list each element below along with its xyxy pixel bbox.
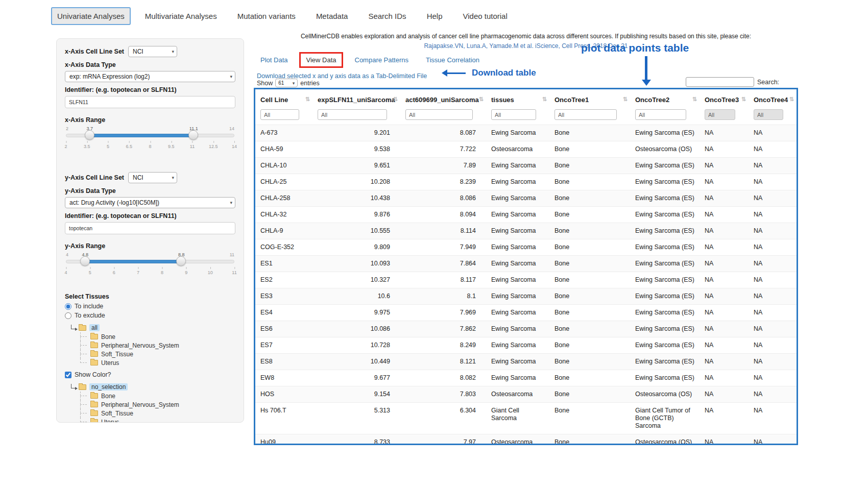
x-slider-handle-high[interactable] <box>188 130 198 140</box>
y-cell-line-set-select[interactable]: NCI <box>128 172 177 183</box>
show-color-checkbox[interactable] <box>65 372 71 378</box>
table-row[interactable]: ES610.0867.862Ewing SarcomaBoneEwing Sar… <box>255 321 797 337</box>
column-header-oncotree2[interactable]: OncoTree2⇅ <box>630 89 700 108</box>
column-header-tissues[interactable]: tissues⇅ <box>486 89 549 108</box>
y-data-type-select[interactable]: act: Drug Activity (-log10[IC50M]) <box>65 197 235 208</box>
table-row[interactable]: CHLA-25810.4388.086Ewing SarcomaBoneEwin… <box>255 190 797 207</box>
filter-input-cell-line[interactable] <box>260 109 299 120</box>
tree-root-no-selection[interactable]: no_selection <box>71 382 235 392</box>
nav-tab-metadata[interactable]: Metadata <box>310 7 354 25</box>
column-header-oncotree3[interactable]: OncoTree3⇅ <box>700 89 749 108</box>
table-filter-row <box>255 108 797 125</box>
table-row[interactable]: ES210.3278.117Ewing SarcomaBoneEwing Sar… <box>255 272 797 288</box>
column-header-oncotree4[interactable]: OncoTree4⇅ <box>749 89 797 108</box>
tree-item-uterus[interactable]: Uterus <box>76 358 235 367</box>
table-row[interactable]: A-6739.2018.087Ewing SarcomaBoneEwing Sa… <box>255 125 797 141</box>
nav-tab-video-tutorial[interactable]: Video tutorial <box>456 7 513 25</box>
to-exclude-radio[interactable] <box>65 312 71 319</box>
table-row[interactable]: ES49.9757.969Ewing SarcomaBoneEwing Sarc… <box>255 305 797 321</box>
tab-compare-patterns[interactable]: Compare Patterns <box>349 52 415 68</box>
filter-input-oncotree1[interactable] <box>554 109 617 120</box>
table-cell: NA <box>749 141 797 158</box>
tree-expander-icon[interactable] <box>71 384 76 388</box>
table-cell: 10.093 <box>312 256 400 272</box>
table-cell: NA <box>700 174 749 190</box>
table-cell: Ewing Sarcoma <box>486 239 549 256</box>
tree-item-uterus[interactable]: Uterus <box>76 418 235 423</box>
x-data-type-selwrap: exp: mRNA Expression (log2) <box>65 71 235 82</box>
table-row[interactable]: COG-E-3529.8097.949Ewing SarcomaBoneEwin… <box>255 239 797 256</box>
column-header-oncotree1[interactable]: OncoTree1⇅ <box>549 89 630 108</box>
sort-icon[interactable]: ⇅ <box>393 96 398 103</box>
x-slider-handle-low[interactable] <box>85 130 94 140</box>
x-range-slider[interactable]: 2 14 3.7 11.1 23.556.589.51112.514 <box>66 126 234 152</box>
column-header-expslfn11-unisarcoma[interactable]: expSLFN11_uniSarcoma⇅ <box>312 89 400 108</box>
tab-tissue-correlation[interactable]: Tissue Correlation <box>420 52 485 68</box>
table-cell: 9.651 <box>312 158 400 174</box>
slider-track[interactable] <box>66 260 234 263</box>
nav-tab-search-ids[interactable]: Search IDs <box>362 7 412 25</box>
sort-icon[interactable]: ⇅ <box>623 96 628 103</box>
filter-input-expslfn11-unisarcoma[interactable] <box>318 109 387 120</box>
table-cell: NA <box>749 337 797 354</box>
table-row[interactable]: CHLA-329.8768.094Ewing SarcomaBoneEwing … <box>255 207 797 223</box>
tree-item-soft-tissue[interactable]: Soft_Tissue <box>76 350 235 358</box>
table-row[interactable]: CHA-599.5387.722OsteosarcomaBoneOsteosar… <box>255 141 797 158</box>
to-include-radio[interactable] <box>65 303 71 310</box>
show-color-row[interactable]: Show Color? <box>65 371 235 378</box>
table-cell: EW8 <box>255 370 312 386</box>
y-identifier-input[interactable] <box>65 222 235 234</box>
table-row[interactable]: CHLA-2510.2088.239Ewing SarcomaBoneEwing… <box>255 174 797 190</box>
table-row[interactable]: Hs 706.T5.3136.304Giant Cell SarcomaBone… <box>255 403 797 434</box>
table-row[interactable]: EW89.6778.082Ewing SarcomaBoneEwing Sarc… <box>255 370 797 386</box>
radio-to-exclude[interactable]: To exclude <box>65 312 235 319</box>
filter-input-oncotree3[interactable] <box>705 109 735 120</box>
column-header-cell-line[interactable]: Cell Line⇅ <box>255 89 312 108</box>
nav-tab-multivariate-analyses[interactable]: Multivariate Analyses <box>139 7 223 25</box>
tree-item-peripheral-nervous-system[interactable]: Peripheral_Nervous_System <box>76 400 235 409</box>
y-slider-handle-low[interactable] <box>80 256 90 266</box>
table-row[interactable]: ES810.4498.121Ewing SarcomaBoneEwing Sar… <box>255 354 797 370</box>
tree-item-bone[interactable]: Bone <box>76 332 235 341</box>
annotation-arrow-down-icon <box>645 56 647 80</box>
sort-icon[interactable]: ⇅ <box>741 96 746 103</box>
table-row[interactable]: ES110.0937.864Ewing SarcomaBoneEwing Sar… <box>255 256 797 272</box>
tree-item-bone[interactable]: Bone <box>76 392 235 400</box>
y-range-slider[interactable]: 4 11 4.8 8.8 4567891011 <box>66 252 234 278</box>
y-slider-handle-high[interactable] <box>176 256 186 266</box>
table-row[interactable]: ES710.7288.249Ewing SarcomaBoneEwing Sar… <box>255 337 797 354</box>
sort-icon[interactable]: ⇅ <box>542 96 547 103</box>
table-row[interactable]: Hu098.7337.97OsteosarcomaBoneOsteosarcom… <box>255 434 797 446</box>
tree-item-peripheral-nervous-system[interactable]: Peripheral_Nervous_System <box>76 341 235 350</box>
table-row[interactable]: CHLA-910.5558.114Ewing SarcomaBoneEwing … <box>255 223 797 239</box>
column-header-act609699-unisarcoma[interactable]: act609699_uniSarcoma⇅ <box>400 89 486 108</box>
tree-expander-icon[interactable] <box>71 325 76 329</box>
entries-select[interactable]: 61 <box>275 79 298 87</box>
filter-input-act609699-unisarcoma[interactable] <box>405 109 473 120</box>
table-row[interactable]: CHLA-109.6517.89Ewing SarcomaBoneEwing S… <box>255 158 797 174</box>
filter-input-oncotree4[interactable] <box>754 109 783 120</box>
search-input[interactable] <box>686 77 754 87</box>
tree-item-soft-tissue[interactable]: Soft_Tissue <box>76 409 235 418</box>
tab-view-data[interactable]: View Data <box>299 52 343 68</box>
filter-input-oncotree2[interactable] <box>635 109 686 120</box>
x-data-type-select[interactable]: exp: mRNA Expression (log2) <box>65 71 235 82</box>
tree-root-label: all <box>89 324 100 331</box>
table-cell: Bone <box>549 386 630 403</box>
tree-root-all[interactable]: all <box>71 323 235 332</box>
sort-icon[interactable]: ⇅ <box>692 96 697 103</box>
table-body: A-6739.2018.087Ewing SarcomaBoneEwing Sa… <box>255 125 797 446</box>
nav-tab-univariate-analyses[interactable]: Univariate Analyses <box>51 7 131 25</box>
radio-to-include[interactable]: To include <box>65 303 235 310</box>
x-cell-line-set-select[interactable]: NCI <box>128 46 177 57</box>
nav-tab-mutation-variants[interactable]: Mutation variants <box>231 7 302 25</box>
tab-plot-data[interactable]: Plot Data <box>255 52 293 68</box>
filter-input-tissues[interactable] <box>491 109 536 120</box>
table-row[interactable]: ES310.68.1Ewing SarcomaBoneEwing Sarcoma… <box>255 288 797 305</box>
sort-icon[interactable]: ⇅ <box>789 96 794 103</box>
nav-tab-help[interactable]: Help <box>421 7 449 25</box>
sort-icon[interactable]: ⇅ <box>479 96 484 103</box>
sort-icon[interactable]: ⇅ <box>305 96 310 103</box>
x-identifier-input[interactable] <box>65 96 235 108</box>
table-row[interactable]: HOS9.1547.803OsteosarcomaBoneOsteosarcom… <box>255 386 797 403</box>
